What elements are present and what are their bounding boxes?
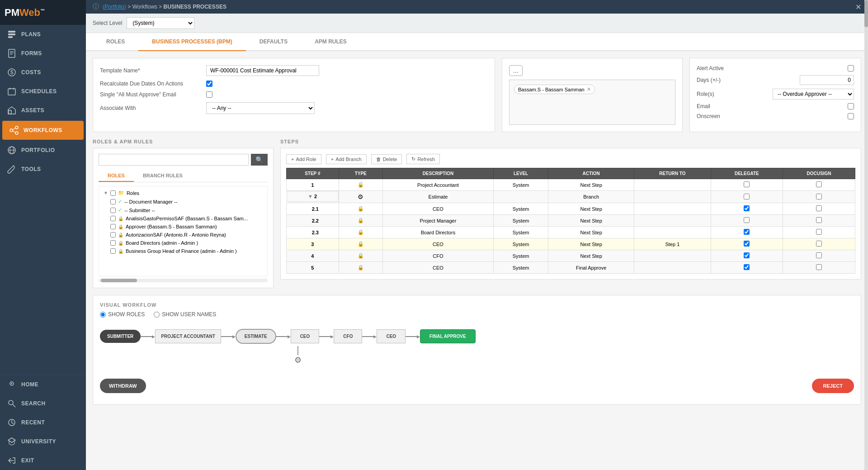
delegate-cb-1[interactable]	[744, 181, 750, 187]
step-delegate-21[interactable]	[711, 203, 783, 215]
tree-item-analisis[interactable]: 🔒 AnalisisGastoPermisoSAF (Bassam.S - Ba…	[101, 214, 265, 223]
step-delegate-4[interactable]	[711, 250, 783, 262]
docusign-cb-5[interactable]	[816, 264, 822, 270]
tree-cb-analisis[interactable]	[110, 216, 116, 221]
alert-active-checkbox[interactable]	[848, 65, 854, 71]
step-docusign-4[interactable]	[783, 250, 855, 262]
roles-tab-roles[interactable]: ROLES	[99, 170, 134, 182]
docusign-cb-22[interactable]	[816, 217, 822, 223]
sidebar-item-plans[interactable]: PLANS	[0, 25, 86, 44]
step-docusign-21[interactable]	[783, 203, 855, 215]
level-select[interactable]: (System)	[127, 17, 194, 29]
recipient-remove-btn[interactable]: ✕	[587, 86, 591, 92]
roles-search-button[interactable]: 🔍	[251, 154, 268, 166]
step-expand-2[interactable]: ▼ 2	[287, 191, 339, 202]
tree-item-autorizacion[interactable]: 🔒 AutorizacionSAF (Antonio.R - Antonio R…	[101, 231, 265, 239]
roles-search-input[interactable]	[99, 154, 249, 166]
tree-cb-business-group[interactable]	[110, 248, 116, 254]
sidebar-item-recent[interactable]: RECENT	[0, 413, 86, 432]
tree-cb-approver[interactable]	[110, 224, 116, 229]
delegate-cb-23[interactable]	[744, 229, 750, 235]
tree-item-roles-root[interactable]: ▼ 📁 Roles	[101, 189, 265, 197]
tree-item-board[interactable]: 🔒 Board Directors (admin - Admin )	[101, 239, 265, 247]
email-checkbox[interactable]	[848, 103, 854, 109]
table-row[interactable]: 2.2 🔒 Project Manager System Next Step	[287, 215, 855, 227]
step-docusign-2[interactable]	[783, 191, 855, 203]
delegate-cb-22[interactable]	[744, 217, 750, 223]
delegate-cb-4[interactable]	[744, 252, 750, 258]
tab-bpm[interactable]: BUSINESS PROCESSES (BPM)	[138, 33, 245, 51]
docusign-cb-1[interactable]	[816, 181, 822, 187]
tab-defaults[interactable]: DEFAULTS	[246, 33, 301, 51]
horizontal-scrollbar[interactable]	[99, 279, 268, 282]
right-scrollbar[interactable]	[864, 0, 868, 470]
step-docusign-23[interactable]	[783, 227, 855, 238]
delegate-cb-5[interactable]	[744, 264, 750, 270]
tree-item-business-group[interactable]: 🔒 Business Group Head of Finance (admin …	[101, 247, 265, 255]
roles-select[interactable]: -- Overdue Approver --	[773, 89, 854, 100]
table-row[interactable]: 4 🔒 CFO System Next Step	[287, 250, 855, 262]
step-delegate-23[interactable]	[711, 227, 783, 238]
sidebar-item-forms[interactable]: FORMS	[0, 44, 86, 63]
docusign-cb-21[interactable]	[816, 205, 822, 211]
sidebar-item-search[interactable]: SEARCH	[0, 394, 86, 413]
tab-roles[interactable]: ROLES	[93, 33, 138, 51]
tree-checkbox-roles[interactable]	[110, 190, 116, 196]
step-docusign-22[interactable]	[783, 215, 855, 227]
delete-button[interactable]: 🗑 Delete	[371, 154, 402, 164]
roles-tab-branch-rules[interactable]: BRANCH RULES	[134, 170, 192, 182]
reject-button[interactable]: REJECT	[812, 379, 854, 393]
sidebar-item-tools[interactable]: TOOLS	[0, 160, 86, 179]
sidebar-item-assets[interactable]: ASSETS	[0, 101, 86, 120]
dots-button[interactable]: ...	[509, 65, 523, 76]
step-docusign-3[interactable]	[783, 238, 855, 250]
show-roles-radio[interactable]	[100, 312, 106, 318]
table-row[interactable]: 2.3 🔒 Board Directors System Next Step	[287, 227, 855, 238]
step-delegate-2[interactable]	[711, 191, 783, 203]
docusign-cb-3[interactable]	[816, 241, 822, 247]
recalculate-checkbox[interactable]	[206, 81, 212, 87]
tree-item-doc-manager[interactable]: ✓ -- Document Manager --	[101, 197, 265, 206]
tree-cb-submitter[interactable]	[110, 208, 116, 213]
sidebar-item-exit[interactable]: EXIT	[0, 451, 86, 470]
add-role-button[interactable]: + Add Role	[286, 154, 321, 164]
refresh-button[interactable]: ↻ Refresh	[406, 154, 440, 164]
sidebar-item-costs[interactable]: $ COSTS	[0, 63, 86, 82]
table-row[interactable]: ▼ 2 ⚙ Estimate Branch	[287, 191, 855, 203]
step-docusign-1[interactable]	[783, 179, 855, 191]
tree-cb-doc-manager[interactable]	[110, 199, 116, 204]
sidebar-item-schedules[interactable]: SCHEDULES	[0, 82, 86, 101]
tree-item-submitter[interactable]: ✓ -- Submitter --	[101, 206, 265, 214]
withdraw-button[interactable]: WITHDRAW	[100, 379, 146, 393]
onscreen-checkbox[interactable]	[848, 113, 854, 119]
step-delegate-22[interactable]	[711, 215, 783, 227]
tree-item-approver[interactable]: 🔒 Approver (Bassam.S - Bassam Samman)	[101, 223, 265, 231]
breadcrumb-portfolio[interactable]: (Portfolio)	[103, 4, 126, 10]
show-roles-label[interactable]: SHOW ROLES	[100, 311, 145, 318]
delegate-cb-3[interactable]	[744, 241, 750, 247]
docusign-cb-2[interactable]	[816, 194, 822, 199]
associate-select[interactable]: -- Any --	[206, 102, 315, 114]
step-delegate-5[interactable]	[711, 262, 783, 274]
docusign-cb-4[interactable]	[816, 252, 822, 258]
sidebar-item-portfolio[interactable]: PORTFOLIO	[0, 141, 86, 160]
table-row[interactable]: 1 🔒 Project Accountant System Next Step	[287, 179, 855, 191]
close-icon[interactable]: ✕	[855, 3, 861, 11]
sidebar-item-university[interactable]: UNIVERSITY	[0, 432, 86, 451]
sidebar-item-home[interactable]: HOME	[0, 375, 86, 394]
table-row[interactable]: 3 🔒 CEO System Next Step Step 1	[287, 238, 855, 250]
table-row[interactable]: 5 🔒 CEO System Final Approve	[287, 262, 855, 274]
step-delegate-3[interactable]	[711, 238, 783, 250]
tab-apm-rules[interactable]: APM RULES	[301, 33, 360, 51]
table-row[interactable]: 2.1 🔒 CEO System Next Step	[287, 203, 855, 215]
template-name-input[interactable]	[206, 65, 319, 76]
step-delegate-1[interactable]	[711, 179, 783, 191]
step-docusign-5[interactable]	[783, 262, 855, 274]
sidebar-item-workflows[interactable]: WORKFLOWS	[2, 121, 84, 140]
show-user-names-radio[interactable]	[154, 312, 160, 318]
tree-cb-board[interactable]	[110, 240, 116, 246]
delegate-cb-21[interactable]	[744, 205, 750, 211]
delegate-cb-2[interactable]	[744, 194, 750, 199]
docusign-cb-23[interactable]	[816, 229, 822, 235]
single-email-checkbox[interactable]	[206, 91, 212, 98]
